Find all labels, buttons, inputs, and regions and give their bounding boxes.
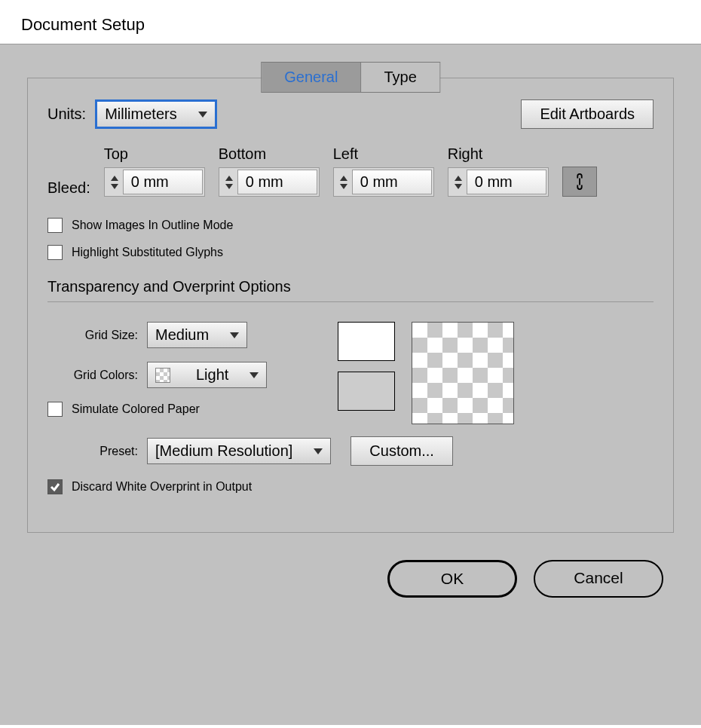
caret-down-icon[interactable] — [111, 184, 118, 189]
bleed-bottom-stepper[interactable]: 0 mm — [219, 167, 320, 197]
bleed-header-top: Top — [104, 145, 205, 163]
chevron-down-icon — [314, 448, 323, 454]
preset-label: Preset: — [47, 445, 138, 458]
discard-checkbox-row: Discard White Overprint in Output — [47, 479, 654, 494]
section-divider — [47, 301, 654, 302]
dialog-title: Document Setup — [0, 0, 701, 44]
preset-value: [Medium Resolution] — [155, 442, 292, 460]
bleed-header-left: Left — [333, 145, 434, 163]
caret-up-icon[interactable] — [225, 176, 233, 181]
caret-down-icon[interactable] — [455, 184, 462, 189]
bleed-row: Bleed: Top 0 mm Bottom 0 mm Left — [47, 145, 654, 197]
bleed-right-stepper[interactable]: 0 mm — [448, 167, 549, 197]
general-panel: General Type Units: Millimeters Edit Art… — [27, 78, 674, 533]
tab-type[interactable]: Type — [361, 63, 439, 92]
grid-size-label: Grid Size: — [47, 329, 138, 342]
simulate-checkbox-row: Simulate Colored Paper — [47, 402, 267, 417]
bleed-left-value[interactable]: 0 mm — [352, 170, 432, 194]
tabstrip: General Type — [261, 62, 440, 93]
discard-label: Discard White Overprint in Output — [72, 480, 252, 494]
units-select[interactable]: Millimeters — [96, 101, 216, 127]
edit-artboards-button[interactable]: Edit Artboards — [521, 99, 654, 129]
cancel-button[interactable]: Cancel — [534, 560, 663, 598]
grid-colors-label: Grid Colors: — [47, 369, 138, 382]
discard-checkbox[interactable] — [47, 479, 63, 494]
caret-up-icon[interactable] — [340, 176, 347, 181]
grid-size-select[interactable]: Medium — [147, 322, 247, 348]
check-icon — [50, 482, 60, 492]
ok-button[interactable]: OK — [387, 560, 517, 598]
glyphs-checkbox[interactable] — [47, 245, 63, 260]
preset-select[interactable]: [Medium Resolution] — [147, 438, 331, 464]
units-label: Units: — [47, 106, 86, 123]
grid-colors-select[interactable]: Light — [147, 362, 267, 388]
bleed-header-right: Right — [448, 145, 549, 163]
glyphs-checkbox-row: Highlight Substituted Glyphs — [47, 245, 654, 260]
dialog-body: General Type Units: Millimeters Edit Art… — [0, 44, 701, 725]
bleed-label: Bleed: — [47, 179, 90, 197]
section-title: Transparency and Overprint Options — [47, 278, 654, 295]
dialog-footer: OK Cancel — [9, 533, 692, 598]
tab-general[interactable]: General — [262, 63, 361, 92]
caret-down-icon[interactable] — [225, 184, 233, 189]
caret-up-icon[interactable] — [455, 176, 462, 181]
grid-size-value: Medium — [155, 326, 209, 344]
chevron-down-icon — [230, 332, 239, 338]
outline-checkbox-row: Show Images In Outline Mode — [47, 218, 654, 233]
bleed-link-button[interactable] — [562, 167, 597, 197]
outline-checkbox[interactable] — [47, 218, 63, 233]
simulate-label: Simulate Colored Paper — [72, 402, 200, 416]
link-icon — [574, 173, 586, 190]
transparency-section: Grid Size: Medium Grid Colors: Light — [47, 322, 654, 429]
bleed-right-value[interactable]: 0 mm — [467, 170, 546, 194]
bleed-header-bottom: Bottom — [219, 145, 320, 163]
checker-swatch-icon — [155, 368, 170, 383]
chevron-down-icon — [249, 372, 259, 378]
chevron-down-icon — [198, 112, 207, 118]
glyphs-label: Highlight Substituted Glyphs — [72, 246, 223, 259]
bleed-bottom-value[interactable]: 0 mm — [237, 170, 317, 194]
grid-colors-value: Light — [196, 366, 228, 384]
simulate-checkbox[interactable] — [47, 402, 63, 417]
swatch-white[interactable] — [338, 322, 395, 361]
outline-label: Show Images In Outline Mode — [72, 219, 233, 232]
bleed-top-value[interactable]: 0 mm — [123, 170, 203, 194]
custom-button[interactable]: Custom... — [350, 436, 453, 466]
swatch-gray[interactable] — [338, 372, 395, 411]
caret-down-icon[interactable] — [340, 184, 347, 189]
bleed-left-stepper[interactable]: 0 mm — [333, 167, 434, 197]
caret-up-icon[interactable] — [111, 176, 118, 181]
units-value: Millimeters — [105, 106, 177, 123]
bleed-top-stepper[interactable]: 0 mm — [104, 167, 205, 197]
units-row: Units: Millimeters Edit Artboards — [47, 99, 654, 129]
grid-preview — [338, 322, 514, 424]
checker-preview — [412, 322, 514, 424]
